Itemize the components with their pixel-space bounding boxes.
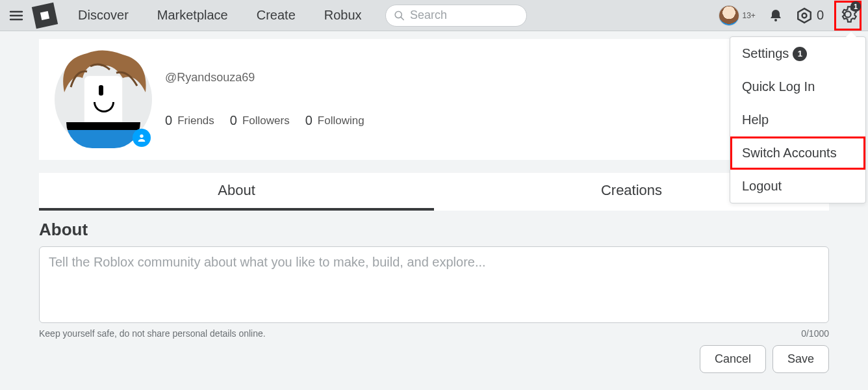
svg-line-1 <box>400 17 403 20</box>
stat-value: 0 <box>305 113 313 128</box>
stat-followers[interactable]: 0 Followers <box>230 113 290 128</box>
tab-about[interactable]: About <box>39 173 434 211</box>
stat-following[interactable]: 0 Following <box>305 113 364 128</box>
about-buttons: Cancel Save <box>39 345 829 373</box>
avatar-face <box>84 75 123 127</box>
dropdown-label: Switch Accounts <box>742 146 837 161</box>
search-box[interactable] <box>385 5 527 27</box>
robux-count: 0 <box>817 8 824 23</box>
section-heading: About <box>39 220 829 240</box>
svg-point-4 <box>802 13 806 18</box>
stat-label: Followers <box>242 114 290 127</box>
nav-right: 13+ 0 1 <box>719 1 863 31</box>
stat-value: 0 <box>165 113 172 128</box>
dropdown-label: Help <box>742 112 769 127</box>
robux-icon <box>796 7 813 24</box>
profile-header-card: @Ryandsouza69 0 Friends 0 Followers 0 Fo… <box>39 39 829 160</box>
nav-discover[interactable]: Discover <box>66 4 140 27</box>
settings-dropdown: Settings 1 Quick Log In Help Switch Acco… <box>730 36 866 203</box>
profile-info: @Ryandsouza69 0 Friends 0 Followers 0 Fo… <box>165 71 813 128</box>
robux-balance[interactable]: 0 <box>796 7 824 24</box>
nav-links: Discover Marketplace Create Robux <box>66 4 374 27</box>
nav-marketplace[interactable]: Marketplace <box>146 4 240 27</box>
gear-badge: 1 <box>850 1 861 12</box>
nav-robux[interactable]: Robux <box>313 4 374 27</box>
svg-marker-3 <box>798 8 811 23</box>
nav-create[interactable]: Create <box>245 4 307 27</box>
dropdown-label: Logout <box>742 179 782 194</box>
age-label: 13+ <box>743 11 756 20</box>
dropdown-label: Settings <box>742 46 789 61</box>
menu-icon[interactable] <box>5 5 27 27</box>
dropdown-settings[interactable]: Settings 1 <box>730 37 865 70</box>
about-section: About Keep yourself safe, do not share p… <box>39 220 829 373</box>
notifications-icon[interactable] <box>766 6 785 25</box>
svg-point-2 <box>774 19 777 21</box>
stat-label: Friends <box>177 114 214 127</box>
top-nav: Discover Marketplace Create Robux 13+ 0 … <box>0 0 868 31</box>
avatar-icon[interactable] <box>719 6 739 25</box>
stat-value: 0 <box>230 113 237 128</box>
safety-note: Keep yourself safe, do not share persona… <box>39 328 266 339</box>
dropdown-label: Quick Log In <box>742 79 815 94</box>
profile-stats: 0 Friends 0 Followers 0 Following <box>165 113 813 128</box>
stat-friends[interactable]: 0 Friends <box>165 113 214 128</box>
stat-label: Following <box>318 114 364 127</box>
profile-tabs: About Creations <box>39 173 829 211</box>
about-textarea[interactable] <box>39 246 829 323</box>
profile-username: @Ryandsouza69 <box>165 71 813 84</box>
save-button[interactable]: Save <box>772 345 829 373</box>
cancel-button[interactable]: Cancel <box>700 345 766 373</box>
search-input[interactable] <box>410 8 518 22</box>
about-footer-row: Keep yourself safe, do not share persona… <box>39 328 829 339</box>
friend-badge-icon <box>133 129 151 147</box>
roblox-logo[interactable] <box>32 2 58 28</box>
svg-point-5 <box>140 135 143 138</box>
char-counter: 0/1000 <box>801 328 829 339</box>
dropdown-help[interactable]: Help <box>730 103 865 136</box>
dropdown-quick-login[interactable]: Quick Log In <box>730 70 865 103</box>
avatar-body <box>66 122 140 148</box>
profile-avatar[interactable] <box>55 51 152 148</box>
settings-gear-button[interactable]: 1 <box>834 1 862 31</box>
dropdown-badge: 1 <box>793 47 807 61</box>
dropdown-switch-accounts[interactable]: Switch Accounts <box>730 136 865 170</box>
search-icon <box>394 9 405 22</box>
dropdown-logout[interactable]: Logout <box>730 170 865 203</box>
